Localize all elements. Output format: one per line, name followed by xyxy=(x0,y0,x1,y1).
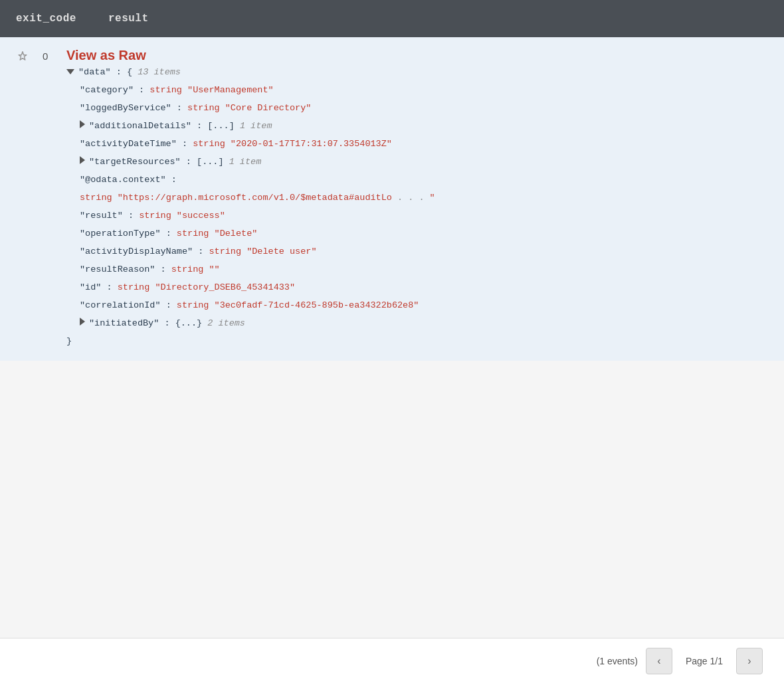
odata-close-quote: " xyxy=(430,189,435,207)
json-row-category: "category" : string "UserManagement" xyxy=(66,81,768,99)
odata-key: "@odata.context" xyxy=(80,171,166,189)
activitydatetime-type: string xyxy=(193,135,225,153)
events-count: (1 events) xyxy=(597,656,638,666)
closing-brace: } xyxy=(66,332,72,350)
targetresources-key: "targetResources" xyxy=(89,153,181,171)
initiatedby-collapsed: {...} xyxy=(175,314,203,332)
prev-page-icon: ‹ xyxy=(657,655,660,667)
header-col-exit-code: exit_code xyxy=(16,13,76,25)
json-row-odata-value: string "https://graph.microsoft.com/v1.0… xyxy=(66,189,768,207)
json-row-activitydisplayname: "activityDisplayName" : string "Delete u… xyxy=(66,243,768,260)
json-viewer: View as Raw "data" : { 13 items "categor… xyxy=(66,48,768,350)
activitydatetime-value: "2020-01-17T17:31:07.3354013Z" xyxy=(231,135,392,153)
view-as-raw-link[interactable]: View as Raw xyxy=(66,48,768,63)
resultreason-value: "" xyxy=(209,260,219,278)
activitydisplayname-type: string xyxy=(209,243,241,260)
expand-targetresources-icon[interactable] xyxy=(80,156,85,164)
json-content: "data" : { 13 items "category" : string … xyxy=(66,63,768,350)
targetresources-collapsed: [...] xyxy=(197,153,224,171)
odata-type: string xyxy=(80,189,112,207)
correlationid-key: "correlationId" xyxy=(80,296,161,314)
targetresources-meta: 1 item xyxy=(229,153,262,171)
data-meta: 13 items xyxy=(138,63,181,81)
operationtype-type: string xyxy=(177,225,209,243)
row-area: 0 View as Raw "data" : { 13 items "categ… xyxy=(0,37,784,361)
pin-icon[interactable] xyxy=(16,50,32,67)
resultreason-type: string xyxy=(171,260,204,278)
activitydatetime-key: "activityDateTime" xyxy=(80,135,177,153)
json-row-correlationid: "correlationId" : string "3ec0fadf-71cd-… xyxy=(66,296,768,314)
result-key: "result" xyxy=(80,207,123,225)
json-row-activitydatetime: "activityDateTime" : string "2020-01-17T… xyxy=(66,135,768,153)
json-row-initiatedby: "initiatedBy" : {...} 2 items xyxy=(66,314,768,332)
json-row-loggedbyservice: "loggedByService" : string "Core Directo… xyxy=(66,99,768,117)
activitydisplayname-value: "Delete user" xyxy=(246,243,316,260)
expand-initiatedby-icon[interactable] xyxy=(80,318,85,326)
correlationid-value: "3ec0fadf-71cd-4625-895b-ea34322b62e8" xyxy=(215,296,419,314)
json-row-closing: } xyxy=(66,332,768,350)
page-label: Page 1/1 xyxy=(680,656,728,666)
id-key: "id" xyxy=(80,278,101,296)
json-row-operationtype: "operationType" : string "Delete" xyxy=(66,225,768,243)
odata-ellipsis: . . . xyxy=(392,189,430,207)
loggedbyservice-value: "Core Directory" xyxy=(225,99,312,117)
json-row-targetresources: "targetResources" : [...] 1 item xyxy=(66,153,768,171)
next-page-icon: › xyxy=(747,655,751,667)
result-type: string xyxy=(139,207,171,225)
footer: (1 events) ‹ Page 1/1 › xyxy=(0,638,784,683)
header-bar: exit_code result xyxy=(0,0,784,37)
json-row-data: "data" : { 13 items xyxy=(66,63,768,81)
main-content: 0 View as Raw "data" : { 13 items "categ… xyxy=(0,37,784,638)
spacer-area xyxy=(0,361,784,638)
json-row-additionaldetails: "additionalDetails" : [...] 1 item xyxy=(66,117,768,135)
result-value: "success" xyxy=(177,207,225,225)
prev-page-button[interactable]: ‹ xyxy=(646,648,672,674)
json-row-odata: "@odata.context" : xyxy=(66,171,768,189)
category-type: string xyxy=(149,81,182,99)
additionaldetails-collapsed: [...] xyxy=(207,117,235,135)
loggedbyservice-key: "loggedByService" xyxy=(80,99,171,117)
loggedbyservice-type: string xyxy=(187,99,220,117)
row-number: 0 xyxy=(43,50,56,62)
json-row-id: "id" : string "Directory_DSEB6_45341433" xyxy=(66,278,768,296)
activitydisplayname-key: "activityDisplayName" xyxy=(80,243,193,260)
expand-data-icon[interactable] xyxy=(66,69,74,74)
additionaldetails-key: "additionalDetails" xyxy=(89,117,191,135)
correlationid-type: string xyxy=(177,296,209,314)
additionaldetails-meta: 1 item xyxy=(240,117,272,135)
expand-additionaldetails-icon[interactable] xyxy=(80,120,85,128)
odata-value: "https://graph.microsoft.com/v1.0/$metad… xyxy=(118,189,392,207)
header-col-result: result xyxy=(108,13,149,25)
category-key: "category" xyxy=(80,81,134,99)
operationtype-value: "Delete" xyxy=(215,225,258,243)
data-open-brace: : { xyxy=(111,63,138,81)
id-value: "Directory_DSEB6_45341433" xyxy=(155,278,295,296)
category-value: "UserManagement" xyxy=(187,81,274,99)
operationtype-key: "operationType" xyxy=(80,225,161,243)
initiatedby-key: "initiatedBy" xyxy=(89,314,159,332)
json-row-resultreason: "resultReason" : string "" xyxy=(66,260,768,278)
view-as-raw-label[interactable]: View as Raw xyxy=(66,48,146,62)
json-row-result: "result" : string "success" xyxy=(66,207,768,225)
data-key: "data" xyxy=(78,63,111,81)
id-type: string xyxy=(118,278,150,296)
initiatedby-meta: 2 items xyxy=(207,314,245,332)
resultreason-key: "resultReason" xyxy=(80,260,155,278)
next-page-button[interactable]: › xyxy=(736,648,763,674)
